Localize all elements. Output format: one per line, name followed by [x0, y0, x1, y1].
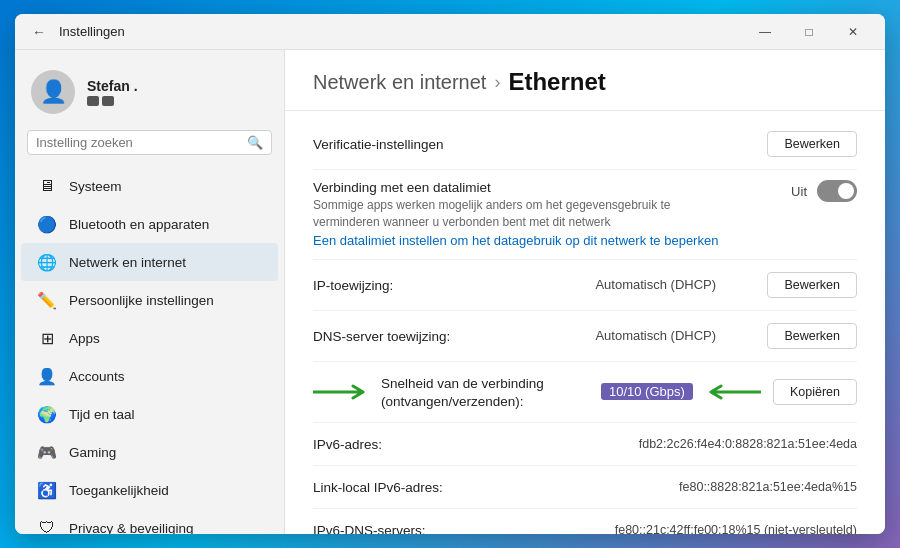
toggle-state-label: Uit — [791, 184, 807, 199]
tijd-icon: 🌍 — [37, 404, 57, 424]
ip-toewijzing-bewerken-button[interactable]: Bewerken — [767, 272, 857, 298]
user-info: Stefan . — [87, 78, 138, 106]
sidebar-item-privacy[interactable]: 🛡 Privacy & beveiliging — [21, 509, 278, 534]
dns-toewijzing-bewerken-button[interactable]: Bewerken — [767, 323, 857, 349]
email-dot-2 — [102, 96, 114, 106]
dns-toewijzing-action: Bewerken — [767, 323, 857, 349]
snelheid-info: Snelheid van de verbinding (ontvangen/ve… — [313, 374, 589, 410]
snelheid-label2: (ontvangen/verzenden): — [381, 394, 524, 409]
toggle-knob — [838, 183, 854, 199]
breadcrumb-parent: Netwerk en internet — [313, 71, 486, 94]
user-section: 👤 Stefan . — [15, 62, 284, 130]
snelheid-arrow-right-container: 10/10 (Gbps) — [601, 380, 761, 404]
ipv6-dns-row: IPv6-DNS-servers: fe80::21c:42ff:fe00:18… — [313, 509, 857, 534]
datalimiet-label: Verbinding met een datalimiet — [313, 180, 765, 195]
datalimiet-info: Verbinding met een datalimiet Sommige ap… — [313, 180, 765, 249]
sidebar-item-tijd[interactable]: 🌍 Tijd en taal — [21, 395, 278, 433]
ip-toewijzing-info: IP-toewijzing: — [313, 276, 583, 294]
systeem-icon: 🖥 — [37, 176, 57, 196]
snelheid-arrow-left: Snelheid van de verbinding (ontvangen/ve… — [313, 374, 589, 410]
user-email — [87, 96, 138, 106]
sidebar-item-accounts[interactable]: 👤 Accounts — [21, 357, 278, 395]
apps-icon: ⊞ — [37, 328, 57, 348]
ipv6-dns-value: fe80::21c:42ff:fe00:18%15 (niet-versleut… — [615, 523, 857, 534]
sidebar-item-privacy-label: Privacy & beveiliging — [69, 521, 194, 535]
snelheid-value: 10/10 (Gbps) — [601, 383, 693, 400]
ip-toewijzing-action: Bewerken — [767, 272, 857, 298]
search-input[interactable] — [36, 135, 241, 150]
gaming-icon: 🎮 — [37, 442, 57, 462]
snelheid-label: Snelheid van de verbinding — [381, 376, 544, 391]
sidebar-item-persoonlijk-label: Persoonlijke instellingen — [69, 293, 214, 308]
sidebar-item-netwerk[interactable]: 🌐 Netwerk en internet — [21, 243, 278, 281]
window-controls: — □ ✕ — [745, 18, 873, 46]
ipv6-dns-info: IPv6-DNS-servers: — [313, 521, 603, 534]
dns-toewijzing-info: DNS-server toewijzing: — [313, 327, 583, 345]
verificatie-action: Bewerken — [767, 131, 857, 157]
dns-toewijzing-row: DNS-server toewijzing: Automatisch (DHCP… — [313, 311, 857, 362]
datalimiet-controls: Uit — [777, 180, 857, 202]
sidebar-item-toegankelijkheid-label: Toegankelijkheid — [69, 483, 169, 498]
verificatie-bewerken-button[interactable]: Bewerken — [767, 131, 857, 157]
ip-toewijzing-value: Automatisch (DHCP) — [595, 277, 755, 292]
maximize-button[interactable]: □ — [789, 18, 829, 46]
snelheid-row: Snelheid van de verbinding (ontvangen/ve… — [313, 362, 857, 423]
arrow-left-icon — [313, 380, 373, 404]
ipv6-dns-label: IPv6-DNS-servers: — [313, 523, 426, 534]
kopieren-button[interactable]: Kopiëren — [773, 379, 857, 405]
email-dot-1 — [87, 96, 99, 106]
ip-toewijzing-label: IP-toewijzing: — [313, 278, 393, 293]
breadcrumb: Netwerk en internet › Ethernet — [313, 68, 857, 96]
settings-list: Verificatie-instellingen Bewerken Verbin… — [285, 111, 885, 534]
sidebar-item-gaming-label: Gaming — [69, 445, 116, 460]
accounts-icon: 👤 — [37, 366, 57, 386]
sidebar-item-systeem-label: Systeem — [69, 179, 122, 194]
link-local-ipv6-row: Link-local IPv6-adres: fe80::8828:821a:5… — [313, 466, 857, 509]
toegankelijkheid-icon: ♿ — [37, 480, 57, 500]
sidebar-item-persoonlijk[interactable]: ✏️ Persoonlijke instellingen — [21, 281, 278, 319]
back-button[interactable]: ← — [27, 20, 51, 44]
minimize-button[interactable]: — — [745, 18, 785, 46]
sidebar-item-toegankelijkheid[interactable]: ♿ Toegankelijkheid — [21, 471, 278, 509]
datalimiet-link[interactable]: Een datalimiet instellen om het datagebr… — [313, 233, 718, 248]
page-header: Netwerk en internet › Ethernet — [285, 50, 885, 111]
bluetooth-icon: 🔵 — [37, 214, 57, 234]
user-name: Stefan . — [87, 78, 138, 94]
sidebar-item-systeem[interactable]: 🖥 Systeem — [21, 167, 278, 205]
main-panel: Netwerk en internet › Ethernet Verificat… — [285, 50, 885, 534]
ipv6-label: IPv6-adres: — [313, 437, 382, 452]
link-local-ipv6-label: Link-local IPv6-adres: — [313, 480, 443, 495]
sidebar-item-bluetooth[interactable]: 🔵 Bluetooth en apparaten — [21, 205, 278, 243]
ip-toewijzing-row: IP-toewijzing: Automatisch (DHCP) Bewerk… — [313, 260, 857, 311]
verificatie-label: Verificatie-instellingen — [313, 137, 444, 152]
titlebar-title: Instellingen — [59, 24, 745, 39]
datalimiet-toggle[interactable] — [817, 180, 857, 202]
sidebar-item-tijd-label: Tijd en taal — [69, 407, 135, 422]
verificatie-row: Verificatie-instellingen Bewerken — [313, 119, 857, 170]
sidebar-item-netwerk-label: Netwerk en internet — [69, 255, 186, 270]
link-local-ipv6-value: fe80::8828:821a:51ee:4eda%15 — [679, 480, 857, 494]
datalimiet-sublabel: Sommige apps werken mogelijk anders om h… — [313, 197, 693, 231]
breadcrumb-current: Ethernet — [508, 68, 605, 96]
arrow-right-icon — [701, 380, 761, 404]
sidebar-item-accounts-label: Accounts — [69, 369, 125, 384]
main-content-area: 👤 Stefan . 🔍 🖥 Systeem 🔵 Bl — [15, 50, 885, 534]
titlebar: ← Instellingen — □ ✕ — [15, 14, 885, 50]
settings-window: ← Instellingen — □ ✕ 👤 Stefan . — [15, 14, 885, 534]
persoonlijk-icon: ✏️ — [37, 290, 57, 310]
datalimiet-row: Verbinding met een datalimiet Sommige ap… — [313, 170, 857, 260]
close-button[interactable]: ✕ — [833, 18, 873, 46]
sidebar-item-gaming[interactable]: 🎮 Gaming — [21, 433, 278, 471]
search-box[interactable]: 🔍 — [27, 130, 272, 155]
snelheid-action: Kopiëren — [773, 379, 857, 405]
verificatie-info: Verificatie-instellingen — [313, 135, 755, 153]
snelheid-value-container: 10/10 (Gbps) — [601, 380, 761, 404]
sidebar: 👤 Stefan . 🔍 🖥 Systeem 🔵 Bl — [15, 50, 285, 534]
ipv6-row: IPv6-adres: fdb2:2c26:f4e4:0:8828:821a:5… — [313, 423, 857, 466]
search-icon: 🔍 — [247, 135, 263, 150]
sidebar-item-bluetooth-label: Bluetooth en apparaten — [69, 217, 209, 232]
sidebar-item-apps[interactable]: ⊞ Apps — [21, 319, 278, 357]
netwerk-icon: 🌐 — [37, 252, 57, 272]
privacy-icon: 🛡 — [37, 518, 57, 534]
breadcrumb-separator: › — [494, 72, 500, 93]
